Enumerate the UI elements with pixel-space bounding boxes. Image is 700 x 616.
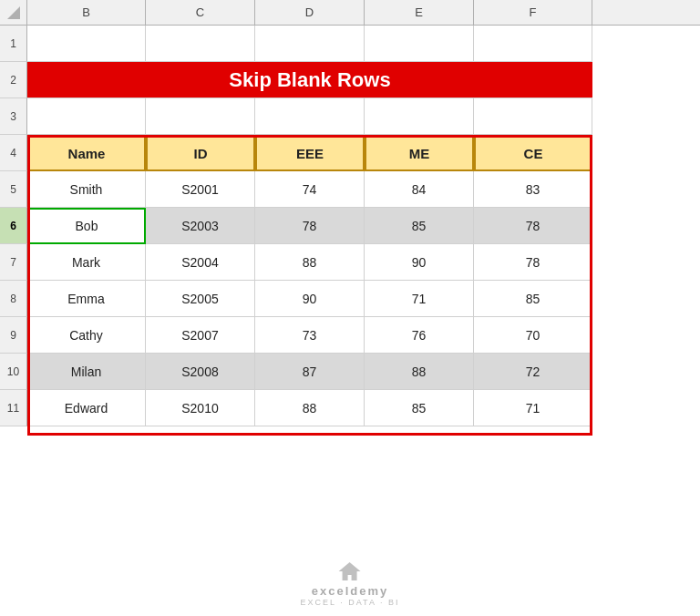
cell-b1[interactable] [27,26,146,62]
grid-body: 1 2 Skip Blank Rows 3 4 Name I [0,26,700,426]
cell-ce-9[interactable]: 70 [474,317,592,354]
table-row: 3 [0,98,700,135]
cell-ce-10[interactable]: 72 [474,354,592,390]
row-number-10: 10 [0,354,27,390]
cell-name-11[interactable]: Edward [27,390,146,426]
table-row: 8 Emma S2005 90 71 85 [0,281,700,317]
row-number-4: 4 [0,135,27,171]
cell-eee-10[interactable]: 87 [255,354,365,390]
row-number-6: 6 [0,208,27,244]
header-ce[interactable]: CE [474,135,592,171]
row-number-9: 9 [0,317,27,354]
cell-c1[interactable] [146,26,255,62]
table-row: 1 [0,26,700,62]
header-me[interactable]: ME [365,135,474,171]
header-id[interactable]: ID [146,135,255,171]
cell-d3[interactable] [255,98,365,135]
cell-e3[interactable] [365,98,474,135]
row-number-8: 8 [0,281,27,317]
col-header-f[interactable]: F [474,0,592,25]
cell-eee-11[interactable]: 88 [255,390,365,426]
cell-b3[interactable] [27,98,146,135]
cell-eee-8[interactable]: 90 [255,281,365,317]
cell-e1[interactable] [365,26,474,62]
cell-me-8[interactable]: 71 [365,281,474,317]
col-header-e[interactable]: E [365,0,474,25]
cell-f1[interactable] [474,26,592,62]
col-header-b[interactable]: B [27,0,146,25]
cell-name-8[interactable]: Emma [27,281,146,317]
cell-name-6[interactable]: Bob [27,208,146,244]
cell-me-9[interactable]: 76 [365,317,474,354]
cell-eee-7[interactable]: 88 [255,244,365,281]
cell-ce-5[interactable]: 83 [474,171,592,208]
watermark-brand: exceldemy [312,584,389,598]
row-number-1: 1 [0,26,27,62]
table-row: 6 Bob S2003 78 85 78 [0,208,700,244]
cell-id-7[interactable]: S2004 [146,244,255,281]
svg-marker-0 [7,6,20,19]
cell-me-11[interactable]: 85 [365,390,474,426]
cell-id-9[interactable]: S2007 [146,317,255,354]
watermark: exceldemy EXCEL · DATA · BI [301,560,400,607]
cell-id-8[interactable]: S2005 [146,281,255,317]
cell-id-6[interactable]: S2003 [146,208,255,244]
svg-point-1 [348,567,352,570]
table-row: 7 Mark S2004 88 90 78 [0,244,700,281]
table-row: 2 Skip Blank Rows [0,62,700,98]
cell-me-5[interactable]: 84 [365,171,474,208]
cell-ce-6[interactable]: 78 [474,208,592,244]
cell-name-9[interactable]: Cathy [27,317,146,354]
title-text: Skip Blank Rows [229,68,390,92]
row-number-7: 7 [0,244,27,281]
cell-ce-7[interactable]: 78 [474,244,592,281]
table-row: 10 Milan S2008 87 88 72 [0,354,700,390]
cell-id-10[interactable]: S2008 [146,354,255,390]
cell-eee-9[interactable]: 73 [255,317,365,354]
cell-name-5[interactable]: Smith [27,171,146,208]
cell-me-7[interactable]: 90 [365,244,474,281]
row-number-3: 3 [0,98,27,135]
table-row: 4 Name ID EEE ME CE [0,135,700,171]
row-number-11: 11 [0,390,27,426]
column-headers: B C D E F [0,0,700,26]
cell-name-7[interactable]: Mark [27,244,146,281]
table-row: 5 Smith S2001 74 84 83 [0,171,700,208]
cell-d1[interactable] [255,26,365,62]
cell-c3[interactable] [146,98,255,135]
watermark-sub: EXCEL · DATA · BI [301,598,400,607]
title-cell[interactable]: Skip Blank Rows [27,62,592,98]
cell-id-5[interactable]: S2001 [146,171,255,208]
spreadsheet: B C D E F 1 2 Skip Blank Rows 3 [0,0,700,616]
cell-name-10[interactable]: Milan [27,354,146,390]
corner-cell [0,0,27,25]
cell-eee-6[interactable]: 78 [255,208,365,244]
watermark-icon [337,560,363,582]
cell-f3[interactable] [474,98,592,135]
row-number-5: 5 [0,171,27,208]
col-header-c[interactable]: C [146,0,255,25]
cell-id-11[interactable]: S2010 [146,390,255,426]
table-row: 9 Cathy S2007 73 76 70 [0,317,700,354]
col-header-d[interactable]: D [255,0,365,25]
header-name[interactable]: Name [27,135,146,171]
cell-eee-5[interactable]: 74 [255,171,365,208]
cell-ce-8[interactable]: 85 [474,281,592,317]
cell-me-10[interactable]: 88 [365,354,474,390]
table-row: 11 Edward S2010 88 85 71 [0,390,700,426]
header-eee[interactable]: EEE [255,135,365,171]
cell-me-6[interactable]: 85 [365,208,474,244]
cell-ce-11[interactable]: 71 [474,390,592,426]
row-number-2: 2 [0,62,27,98]
